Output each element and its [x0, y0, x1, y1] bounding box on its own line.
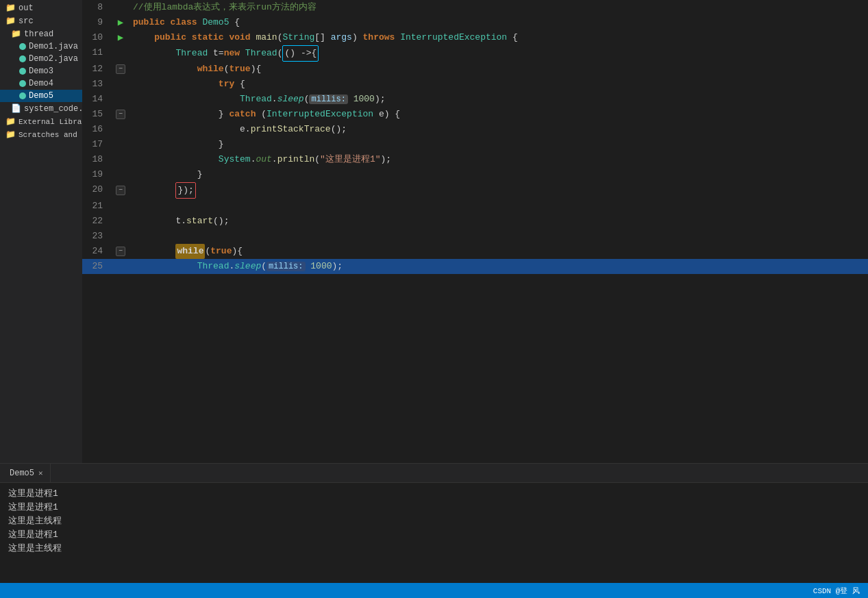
gutter-22: [111, 214, 130, 229]
sidebar-item-thread[interactable]: 📁 thread: [0, 27, 82, 40]
line-number: 20: [82, 182, 111, 199]
line-number: 19: [82, 167, 111, 182]
status-bar: CSDN @登 风: [0, 583, 868, 598]
sidebar-item-demo2[interactable]: Demo2.java: [0, 53, 82, 65]
sidebar-label: Demo4: [29, 79, 53, 88]
sidebar-label: out: [18, 3, 34, 13]
sidebar-item-demo3[interactable]: Demo3: [0, 65, 82, 77]
line-content-23: [130, 229, 868, 244]
file-icon: [19, 92, 26, 99]
console-line-2: 这里是进程1: [8, 501, 860, 514]
line-content-15: } catch (InterruptedException e) {: [130, 107, 868, 122]
sidebar: 📁 out 📁 src 📁 thread Demo1.java Demo2.ja…: [0, 0, 82, 463]
file-icon: [19, 80, 26, 87]
gutter-18: [111, 152, 130, 167]
sidebar-item-ext-libs[interactable]: 📁 External Libraries: [0, 115, 82, 128]
line-content-11: Thread t=new Thread(() ->{: [130, 45, 868, 62]
run-arrow-icon[interactable]: ▶: [118, 15, 123, 30]
close-icon[interactable]: ✕: [38, 469, 43, 477]
gutter-8: [111, 0, 130, 15]
line-content-21: [130, 199, 868, 214]
console-tab-label: Demo5: [10, 469, 34, 478]
line-content-12: while(true){: [130, 62, 868, 77]
code-line-14: 14 Thread.sleep(millis: 1000);: [82, 92, 868, 107]
code-line-8: 8 //使用lambda表达式，来表示run方法的内容: [82, 0, 868, 15]
fold-icon[interactable]: −: [116, 110, 125, 119]
console-line-1: 这里是进程1: [8, 487, 860, 501]
gutter-24: −: [111, 244, 130, 259]
code-line-25: 25 Thread.sleep(millis: 1000);: [82, 259, 868, 274]
gutter-17: [111, 137, 130, 152]
line-number: 25: [82, 259, 111, 274]
line-content-22: t.start();: [130, 214, 868, 229]
gutter-19: [111, 167, 130, 182]
editor: 8 //使用lambda表达式，来表示run方法的内容 9 ▶ public c…: [82, 0, 868, 463]
gutter-15: −: [111, 107, 130, 122]
sidebar-item-demo1[interactable]: Demo1.java: [0, 40, 82, 53]
gutter-11: [111, 45, 130, 62]
run-arrow-icon[interactable]: ▶: [118, 30, 123, 45]
sidebar-item-system-code[interactable]: 📄 system_code.iml: [0, 102, 82, 115]
console-output: 这里是进程1 这里是进程1 这里是主线程 这里是进程1 这里是主线程: [0, 483, 868, 560]
line-content-14: Thread.sleep(millis: 1000);: [130, 92, 868, 107]
code-line-22: 22 t.start();: [82, 214, 868, 229]
line-number: 22: [82, 214, 111, 229]
fold-icon[interactable]: −: [116, 247, 125, 256]
line-number: 18: [82, 152, 111, 167]
fold-icon[interactable]: −: [116, 64, 125, 74]
folder-icon: 📁: [5, 3, 16, 13]
sidebar-label: Demo1.java: [29, 42, 78, 51]
status-text: CSDN @登 风: [813, 586, 860, 596]
line-number: 24: [82, 244, 111, 259]
line-content-16: e.printStackTrace();: [130, 122, 868, 137]
line-number: 10: [82, 30, 111, 45]
line-number: 16: [82, 122, 111, 137]
line-number: 12: [82, 62, 111, 77]
code-line-16: 16 e.printStackTrace();: [82, 122, 868, 137]
code-line-9: 9 ▶ public class Demo5 {: [82, 15, 868, 30]
line-content-18: System.out.println("这里是进程1");: [130, 152, 868, 167]
gutter-13: [111, 77, 130, 92]
line-number: 17: [82, 137, 111, 152]
code-line-23: 23: [82, 229, 868, 244]
folder-icon: 📁: [11, 29, 21, 39]
sidebar-item-scratches[interactable]: 📁 Scratches and Cons...: [0, 128, 82, 141]
line-number: 14: [82, 92, 111, 107]
line-number: 23: [82, 229, 111, 244]
sidebar-item-demo4[interactable]: Demo4: [0, 77, 82, 90]
gutter-20: −: [111, 182, 130, 199]
console-tab-demo5[interactable]: Demo5 ✕: [3, 464, 51, 483]
console-line-5: 这里是主线程: [8, 542, 860, 556]
code-line-21: 21: [82, 199, 868, 214]
fold-icon[interactable]: −: [116, 186, 125, 195]
code-line-15: 15 − } catch (InterruptedException e) {: [82, 107, 868, 122]
sidebar-item-src[interactable]: 📁 src: [0, 14, 82, 27]
line-content-10: public static void main(String[] args) t…: [130, 30, 868, 45]
line-content-17: }: [130, 137, 868, 152]
line-content-9: public class Demo5 {: [130, 15, 868, 30]
file-icon: [19, 68, 26, 75]
console-tab-bar: Demo5 ✕: [0, 464, 868, 483]
main-area: 📁 out 📁 src 📁 thread Demo1.java Demo2.ja…: [0, 0, 868, 463]
sidebar-label: src: [18, 16, 34, 26]
gutter-10: ▶: [111, 30, 130, 45]
gutter-23: [111, 229, 130, 244]
console-area: Demo5 ✕ 这里是进程1 这里是进程1 这里是主线程 这里是进程1 这里是主…: [0, 463, 868, 583]
file-icon: 📄: [11, 103, 21, 114]
line-number: 9: [82, 15, 111, 30]
folder-icon: 📁: [5, 16, 16, 26]
sidebar-label: system_code.iml: [24, 104, 82, 114]
code-line-17: 17 }: [82, 137, 868, 152]
code-line-12: 12 − while(true){: [82, 62, 868, 77]
line-number: 8: [82, 0, 111, 15]
sidebar-item-out[interactable]: 📁 out: [0, 1, 82, 14]
folder-icon: 📁: [5, 116, 16, 127]
console-line-3: 这里是主线程: [8, 514, 860, 528]
line-content-13: try {: [130, 77, 868, 92]
sidebar-item-demo5[interactable]: Demo5: [0, 90, 82, 102]
gutter-16: [111, 122, 130, 137]
line-content-25: Thread.sleep(millis: 1000);: [130, 259, 868, 274]
line-content-20: });: [130, 182, 868, 199]
line-content-8: //使用lambda表达式，来表示run方法的内容: [130, 0, 868, 15]
code-area: 8 //使用lambda表达式，来表示run方法的内容 9 ▶ public c…: [82, 0, 868, 463]
